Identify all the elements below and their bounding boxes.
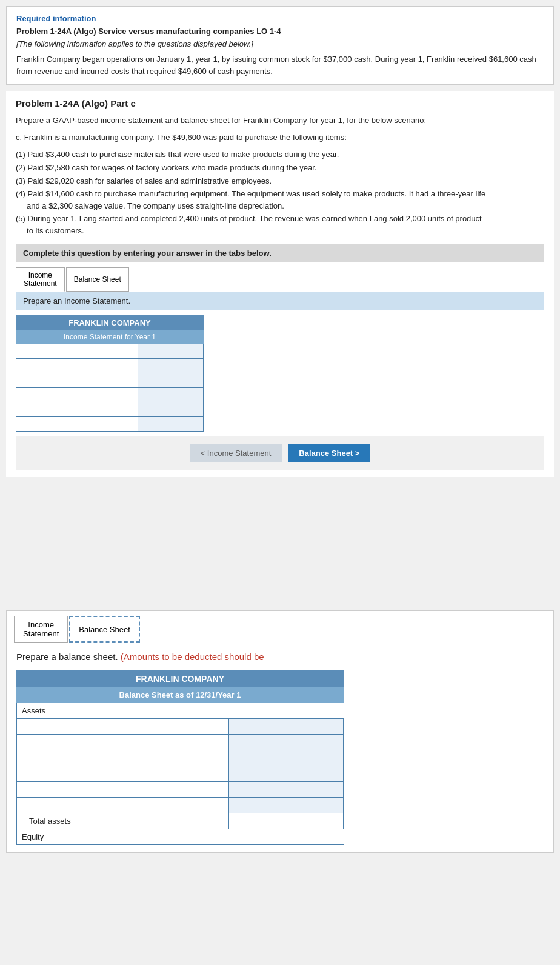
assets-section-label-row: Assets [17,703,344,719]
row-value[interactable] [138,402,203,417]
instruction-main: Prepare a balance sheet. [16,652,118,662]
bs-row-label[interactable] [17,719,229,735]
page-wrapper: Required information Problem 1-24A (Algo… [0,6,560,853]
income-statement-table-wrapper: FRANKLIN COMPANY Income Statement for Ye… [16,315,204,432]
bs-label-input[interactable] [22,738,224,747]
income-statement-instruction: Prepare an Income Statement. [23,296,537,306]
bs-row-value[interactable] [229,782,344,798]
income-statement-table [16,344,204,432]
row-value-input[interactable] [141,361,201,370]
row-label-input[interactable] [19,405,135,414]
bottom-section: Income Statement Balance Sheet Prepare a… [6,610,554,853]
table-row [17,735,344,750]
row-label[interactable] [16,388,138,402]
instruction-red: (Amounts to be deducted should be [121,652,264,662]
equity-label: Equity [17,829,344,845]
balance-sheet-table: Assets [16,703,344,845]
prev-button[interactable]: < Income Statement [190,444,282,462]
row-value[interactable] [138,359,203,373]
tab-buttons: Income Statement Balance Sheet [16,267,544,292]
row-label-input[interactable] [19,376,135,385]
row-label[interactable] [16,344,138,359]
statement-title: Income Statement for Year 1 [16,330,204,344]
italic-note: [The following information applies to th… [16,39,544,48]
bs-row-value[interactable] [229,735,344,750]
row-value[interactable] [138,417,203,432]
bs-row-label[interactable] [17,782,229,798]
bs-row-label[interactable] [17,750,229,766]
section-gap [0,483,560,604]
bs-label-input[interactable] [22,722,224,731]
bs-value-input[interactable] [234,722,338,731]
bs-row-label[interactable] [17,766,229,782]
row-value-input[interactable] [141,419,201,429]
part-c-list: (1) Paid $3,400 cash to purchase materia… [16,148,544,236]
bs-row-label[interactable] [17,735,229,750]
bs-row-value[interactable] [229,798,344,813]
company-name-header: FRANKLIN COMPANY [16,315,204,330]
row-value[interactable] [138,344,203,359]
row-label-input[interactable] [19,361,135,370]
list-item: (1) Paid $3,400 cash to purchase materia… [16,148,544,161]
part-c-intro: Prepare a GAAP-based income statement an… [16,115,544,127]
bs-label-input[interactable] [22,769,224,778]
assets-label: Assets [17,703,344,719]
bs-label-input[interactable] [22,785,224,794]
table-row [16,373,204,388]
problem-title: Problem 1-24A (Algo) Service versus manu… [16,27,544,36]
bs-value-input[interactable] [234,753,338,763]
bottom-tab-balance-sheet[interactable]: Balance Sheet [69,616,140,643]
nav-buttons-area: < Income Statement Balance Sheet > [16,436,544,470]
bs-row-value[interactable] [229,719,344,735]
table-row [17,766,344,782]
bs-value-input[interactable] [234,738,338,747]
bs-row-value[interactable] [229,766,344,782]
bs-label-input[interactable] [22,753,224,763]
row-label[interactable] [16,373,138,388]
table-row [16,402,204,417]
balance-sheet-table-wrapper: FRANKLIN COMPANY Balance Sheet as of 12/… [16,670,344,845]
total-assets-label: Total assets [17,813,229,829]
bs-value-input[interactable] [234,785,338,794]
row-label[interactable] [16,417,138,432]
row-value-input[interactable] [141,376,201,385]
tab-content-area: Prepare an Income Statement. [16,292,544,310]
bs-row-value[interactable] [229,750,344,766]
table-row [17,782,344,798]
bottom-tab-income-statement[interactable]: Income Statement [14,616,68,643]
row-value-input[interactable] [141,390,201,399]
bs-value-input[interactable] [234,801,338,810]
bs-value-input[interactable] [234,769,338,778]
total-assets-value[interactable] [229,813,344,829]
equity-section-row: Equity [17,829,344,845]
next-button[interactable]: Balance Sheet > [288,444,370,462]
table-row [16,388,204,402]
list-item: (5) During year 1, Lang started and comp… [16,213,544,236]
table-row [16,359,204,373]
part-c-title: Problem 1-24A (Algo) Part c [16,98,544,109]
part-c-section: Problem 1-24A (Algo) Part c Prepare a GA… [6,91,554,477]
list-item: (2) Paid $2,580 cash for wages of factor… [16,161,544,175]
tab-balance-sheet[interactable]: Balance Sheet [66,267,129,292]
problem-desc: Franklin Company began operations on Jan… [16,53,544,77]
table-row [16,344,204,359]
tab-income-statement[interactable]: Income Statement [16,267,65,292]
row-label-input[interactable] [19,419,135,429]
table-row [17,719,344,735]
row-label-input[interactable] [19,347,135,356]
row-label-input[interactable] [19,390,135,399]
row-value[interactable] [138,388,203,402]
required-info-box: Required information Problem 1-24A (Algo… [6,6,554,85]
bs-label-input[interactable] [22,801,224,810]
bs-row-label[interactable] [17,798,229,813]
row-label[interactable] [16,402,138,417]
total-assets-input[interactable] [234,816,338,826]
total-assets-row: Total assets [17,813,344,829]
list-item: (3) Paid $29,020 cash for salaries of sa… [16,175,544,188]
required-info-label: Required information [16,14,544,23]
row-label[interactable] [16,359,138,373]
row-value-input[interactable] [141,347,201,356]
row-value-input[interactable] [141,405,201,414]
bs-company-name: FRANKLIN COMPANY [16,670,344,687]
row-value[interactable] [138,373,203,388]
